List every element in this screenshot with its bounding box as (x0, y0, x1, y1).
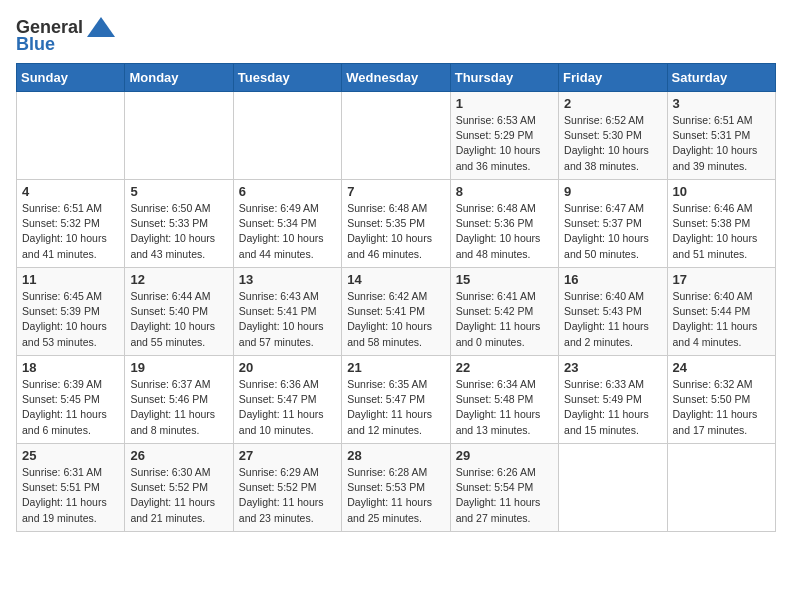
svg-marker-0 (87, 17, 115, 37)
day-number: 29 (456, 448, 553, 463)
day-info: Sunrise: 6:28 AM Sunset: 5:53 PM Dayligh… (347, 465, 444, 526)
calendar-cell: 1Sunrise: 6:53 AM Sunset: 5:29 PM Daylig… (450, 92, 558, 180)
day-number: 17 (673, 272, 770, 287)
day-info: Sunrise: 6:32 AM Sunset: 5:50 PM Dayligh… (673, 377, 770, 438)
day-number: 10 (673, 184, 770, 199)
weekday-header: Wednesday (342, 64, 450, 92)
calendar-cell: 21Sunrise: 6:35 AM Sunset: 5:47 PM Dayli… (342, 356, 450, 444)
day-number: 13 (239, 272, 336, 287)
calendar-cell: 29Sunrise: 6:26 AM Sunset: 5:54 PM Dayli… (450, 444, 558, 532)
day-number: 27 (239, 448, 336, 463)
calendar-table: SundayMondayTuesdayWednesdayThursdayFrid… (16, 63, 776, 532)
day-info: Sunrise: 6:47 AM Sunset: 5:37 PM Dayligh… (564, 201, 661, 262)
day-info: Sunrise: 6:29 AM Sunset: 5:52 PM Dayligh… (239, 465, 336, 526)
calendar-cell (125, 92, 233, 180)
calendar-cell: 6Sunrise: 6:49 AM Sunset: 5:34 PM Daylig… (233, 180, 341, 268)
day-number: 26 (130, 448, 227, 463)
day-info: Sunrise: 6:49 AM Sunset: 5:34 PM Dayligh… (239, 201, 336, 262)
calendar-cell: 14Sunrise: 6:42 AM Sunset: 5:41 PM Dayli… (342, 268, 450, 356)
day-info: Sunrise: 6:36 AM Sunset: 5:47 PM Dayligh… (239, 377, 336, 438)
weekday-header: Sunday (17, 64, 125, 92)
weekday-header-row: SundayMondayTuesdayWednesdayThursdayFrid… (17, 64, 776, 92)
day-info: Sunrise: 6:51 AM Sunset: 5:32 PM Dayligh… (22, 201, 119, 262)
day-info: Sunrise: 6:48 AM Sunset: 5:35 PM Dayligh… (347, 201, 444, 262)
weekday-header: Tuesday (233, 64, 341, 92)
day-info: Sunrise: 6:37 AM Sunset: 5:46 PM Dayligh… (130, 377, 227, 438)
weekday-header: Friday (559, 64, 667, 92)
day-number: 4 (22, 184, 119, 199)
day-info: Sunrise: 6:40 AM Sunset: 5:44 PM Dayligh… (673, 289, 770, 350)
calendar-cell: 11Sunrise: 6:45 AM Sunset: 5:39 PM Dayli… (17, 268, 125, 356)
day-info: Sunrise: 6:39 AM Sunset: 5:45 PM Dayligh… (22, 377, 119, 438)
calendar-cell: 13Sunrise: 6:43 AM Sunset: 5:41 PM Dayli… (233, 268, 341, 356)
calendar-cell (233, 92, 341, 180)
calendar-cell: 15Sunrise: 6:41 AM Sunset: 5:42 PM Dayli… (450, 268, 558, 356)
day-number: 3 (673, 96, 770, 111)
calendar-week-row: 4Sunrise: 6:51 AM Sunset: 5:32 PM Daylig… (17, 180, 776, 268)
page-header: General Blue (16, 16, 776, 55)
calendar-cell: 25Sunrise: 6:31 AM Sunset: 5:51 PM Dayli… (17, 444, 125, 532)
day-number: 14 (347, 272, 444, 287)
calendar-cell (667, 444, 775, 532)
day-info: Sunrise: 6:48 AM Sunset: 5:36 PM Dayligh… (456, 201, 553, 262)
day-info: Sunrise: 6:34 AM Sunset: 5:48 PM Dayligh… (456, 377, 553, 438)
logo-icon (86, 16, 116, 38)
calendar-cell: 27Sunrise: 6:29 AM Sunset: 5:52 PM Dayli… (233, 444, 341, 532)
calendar-cell: 5Sunrise: 6:50 AM Sunset: 5:33 PM Daylig… (125, 180, 233, 268)
day-number: 8 (456, 184, 553, 199)
logo-blue-text: Blue (16, 34, 55, 55)
calendar-cell: 28Sunrise: 6:28 AM Sunset: 5:53 PM Dayli… (342, 444, 450, 532)
calendar-cell: 10Sunrise: 6:46 AM Sunset: 5:38 PM Dayli… (667, 180, 775, 268)
calendar-cell: 4Sunrise: 6:51 AM Sunset: 5:32 PM Daylig… (17, 180, 125, 268)
day-number: 6 (239, 184, 336, 199)
day-number: 22 (456, 360, 553, 375)
calendar-week-row: 1Sunrise: 6:53 AM Sunset: 5:29 PM Daylig… (17, 92, 776, 180)
day-info: Sunrise: 6:43 AM Sunset: 5:41 PM Dayligh… (239, 289, 336, 350)
calendar-week-row: 11Sunrise: 6:45 AM Sunset: 5:39 PM Dayli… (17, 268, 776, 356)
calendar-cell: 22Sunrise: 6:34 AM Sunset: 5:48 PM Dayli… (450, 356, 558, 444)
calendar-cell: 7Sunrise: 6:48 AM Sunset: 5:35 PM Daylig… (342, 180, 450, 268)
day-number: 16 (564, 272, 661, 287)
day-info: Sunrise: 6:45 AM Sunset: 5:39 PM Dayligh… (22, 289, 119, 350)
day-number: 28 (347, 448, 444, 463)
day-info: Sunrise: 6:33 AM Sunset: 5:49 PM Dayligh… (564, 377, 661, 438)
calendar-cell: 23Sunrise: 6:33 AM Sunset: 5:49 PM Dayli… (559, 356, 667, 444)
weekday-header: Thursday (450, 64, 558, 92)
calendar-cell (559, 444, 667, 532)
day-info: Sunrise: 6:53 AM Sunset: 5:29 PM Dayligh… (456, 113, 553, 174)
day-number: 19 (130, 360, 227, 375)
calendar-cell: 12Sunrise: 6:44 AM Sunset: 5:40 PM Dayli… (125, 268, 233, 356)
calendar-week-row: 25Sunrise: 6:31 AM Sunset: 5:51 PM Dayli… (17, 444, 776, 532)
day-number: 11 (22, 272, 119, 287)
calendar-cell: 3Sunrise: 6:51 AM Sunset: 5:31 PM Daylig… (667, 92, 775, 180)
day-info: Sunrise: 6:46 AM Sunset: 5:38 PM Dayligh… (673, 201, 770, 262)
day-number: 7 (347, 184, 444, 199)
day-info: Sunrise: 6:31 AM Sunset: 5:51 PM Dayligh… (22, 465, 119, 526)
day-info: Sunrise: 6:50 AM Sunset: 5:33 PM Dayligh… (130, 201, 227, 262)
day-info: Sunrise: 6:44 AM Sunset: 5:40 PM Dayligh… (130, 289, 227, 350)
day-number: 18 (22, 360, 119, 375)
calendar-cell (342, 92, 450, 180)
day-number: 25 (22, 448, 119, 463)
calendar-cell: 2Sunrise: 6:52 AM Sunset: 5:30 PM Daylig… (559, 92, 667, 180)
calendar-cell (17, 92, 125, 180)
day-number: 24 (673, 360, 770, 375)
day-info: Sunrise: 6:42 AM Sunset: 5:41 PM Dayligh… (347, 289, 444, 350)
weekday-header: Saturday (667, 64, 775, 92)
weekday-header: Monday (125, 64, 233, 92)
day-number: 23 (564, 360, 661, 375)
calendar-cell: 26Sunrise: 6:30 AM Sunset: 5:52 PM Dayli… (125, 444, 233, 532)
day-info: Sunrise: 6:35 AM Sunset: 5:47 PM Dayligh… (347, 377, 444, 438)
calendar-cell: 16Sunrise: 6:40 AM Sunset: 5:43 PM Dayli… (559, 268, 667, 356)
calendar-cell: 8Sunrise: 6:48 AM Sunset: 5:36 PM Daylig… (450, 180, 558, 268)
calendar-cell: 18Sunrise: 6:39 AM Sunset: 5:45 PM Dayli… (17, 356, 125, 444)
day-number: 15 (456, 272, 553, 287)
day-info: Sunrise: 6:26 AM Sunset: 5:54 PM Dayligh… (456, 465, 553, 526)
day-number: 20 (239, 360, 336, 375)
logo: General Blue (16, 16, 116, 55)
calendar-cell: 24Sunrise: 6:32 AM Sunset: 5:50 PM Dayli… (667, 356, 775, 444)
day-number: 5 (130, 184, 227, 199)
calendar-cell: 17Sunrise: 6:40 AM Sunset: 5:44 PM Dayli… (667, 268, 775, 356)
day-number: 2 (564, 96, 661, 111)
calendar-cell: 20Sunrise: 6:36 AM Sunset: 5:47 PM Dayli… (233, 356, 341, 444)
